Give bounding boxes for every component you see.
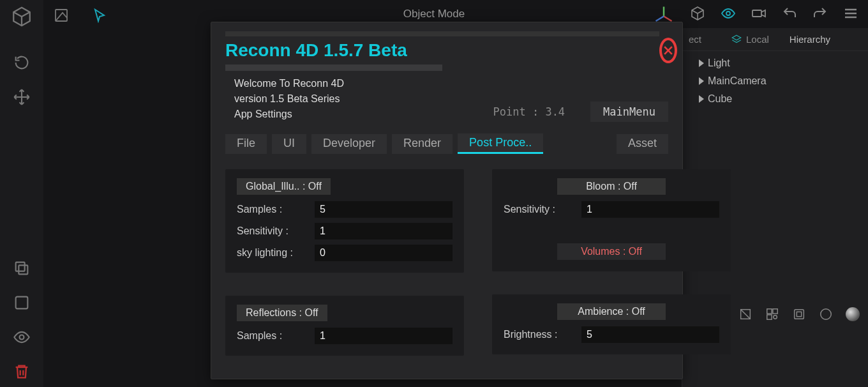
tab-ui[interactable]: UI xyxy=(272,134,306,154)
gi-sensitivity-label: Sensitivity : xyxy=(237,225,307,237)
copy-icon[interactable] xyxy=(9,255,34,281)
ambience-toggle[interactable]: Ambience : Off xyxy=(557,303,666,320)
welcome-text: Welcome To Reconn 4D version 1.5 Beta Se… xyxy=(225,76,344,122)
menu-icon[interactable] xyxy=(841,4,860,23)
svg-rect-1 xyxy=(16,262,25,271)
shading-sphere-icon[interactable] xyxy=(844,305,862,323)
image-icon[interactable] xyxy=(51,5,71,26)
progress-bar-top xyxy=(225,31,659,36)
point-label: Point : 3.4 xyxy=(493,105,565,118)
svg-rect-2 xyxy=(16,297,28,309)
panel-reflections: Reflections : Off Samples : xyxy=(225,296,464,356)
svg-rect-19 xyxy=(797,312,801,316)
svg-point-8 xyxy=(726,11,730,15)
svg-rect-18 xyxy=(795,310,804,319)
tab-file[interactable]: File xyxy=(225,134,267,154)
progress-bar-sub xyxy=(225,64,442,71)
trash-icon[interactable] xyxy=(9,359,34,384)
tab-asset[interactable]: Asset xyxy=(617,134,668,154)
camera-icon[interactable] xyxy=(749,4,768,23)
redo-icon[interactable] xyxy=(811,4,830,23)
expand-icon xyxy=(699,95,704,103)
shading-grid-icon[interactable] xyxy=(763,305,781,323)
top-left-icons xyxy=(51,5,110,26)
mode-label: Object Mode xyxy=(403,8,465,20)
svg-rect-0 xyxy=(19,265,27,274)
gi-skylighting-input[interactable] xyxy=(315,245,453,261)
amb-brightness-input[interactable] xyxy=(581,326,719,343)
close-button[interactable] xyxy=(659,38,677,63)
shading-circle-icon[interactable] xyxy=(817,305,835,323)
bloom-toggle[interactable]: Bloom : Off xyxy=(557,178,666,195)
tab-developer[interactable]: Developer xyxy=(311,134,387,154)
svg-rect-14 xyxy=(767,309,772,314)
expand-icon xyxy=(699,59,704,67)
tab-post-processing[interactable]: Post Proce.. xyxy=(458,133,543,154)
tab-render[interactable]: Render xyxy=(392,134,453,154)
expand-icon xyxy=(699,77,704,85)
tab-object-partial[interactable]: ect xyxy=(682,30,721,49)
bloom-sensitivity-input[interactable] xyxy=(581,201,719,218)
gi-toggle[interactable]: Global_Illu.. : Off xyxy=(237,178,331,195)
hierarchy-item-cube[interactable]: Cube xyxy=(699,93,868,105)
gi-samples-label: Samples : xyxy=(237,204,307,215)
settings-tabs: File UI Developer Render Post Proce.. As… xyxy=(225,133,668,154)
undo-icon[interactable] xyxy=(780,4,799,23)
hierarchy-list: Light MainCamera Cube xyxy=(682,51,868,105)
svg-rect-15 xyxy=(773,309,777,314)
left-toolbar xyxy=(0,0,43,387)
visibility-icon[interactable] xyxy=(719,4,738,23)
shading-box-icon[interactable] xyxy=(790,305,808,323)
hierarchy-item-maincamera[interactable]: MainCamera xyxy=(699,75,868,87)
tab-hierarchy[interactable]: Hierarchy xyxy=(779,30,841,49)
mainmenu-button[interactable]: MainMenu xyxy=(590,102,668,122)
square-icon[interactable] xyxy=(9,290,34,315)
svg-line-7 xyxy=(656,17,664,22)
pointer-icon[interactable] xyxy=(89,5,110,26)
svg-line-6 xyxy=(664,17,672,22)
gi-sensitivity-input[interactable] xyxy=(315,223,453,239)
reflections-toggle[interactable]: Reflections : Off xyxy=(237,305,327,321)
move-icon[interactable] xyxy=(9,84,34,110)
settings-modal: Reconn 4D 1.5.7 Beta Welcome To Reconn 4… xyxy=(211,22,683,379)
volumes-toggle[interactable]: Volumes : Off xyxy=(557,243,666,260)
panel-global-illumination: Global_Illu.. : Off Samples : Sensitivit… xyxy=(225,169,464,273)
svg-point-20 xyxy=(821,309,832,320)
eye-icon[interactable] xyxy=(9,324,34,350)
app-title: Reconn 4D 1.5.7 Beta xyxy=(225,40,659,61)
shading-flat-icon[interactable] xyxy=(737,305,754,323)
panel-bloom: Bloom : Off Sensitivity : Volumes : Off xyxy=(492,169,731,271)
rotate-icon[interactable] xyxy=(9,50,34,75)
gi-skylighting-label: sky lighting : xyxy=(237,247,307,259)
svg-rect-16 xyxy=(767,315,772,319)
gi-samples-input[interactable] xyxy=(315,201,453,218)
bloom-sensitivity-label: Sensitivity : xyxy=(504,204,574,215)
refl-samples-input[interactable] xyxy=(315,328,453,344)
cube-icon[interactable] xyxy=(9,4,34,29)
tab-local[interactable]: Local xyxy=(721,30,779,49)
panel-ambience: Ambience : Off Brightness : xyxy=(492,294,731,354)
hierarchy-item-light[interactable]: Light xyxy=(699,57,868,69)
svg-rect-9 xyxy=(752,10,761,17)
refl-samples-label: Samples : xyxy=(237,330,307,342)
top-right-icons xyxy=(688,4,860,23)
svg-point-17 xyxy=(774,315,777,319)
svg-point-3 xyxy=(20,335,24,340)
amb-brightness-label: Brightness : xyxy=(504,329,574,340)
viewport-shading-icons xyxy=(737,305,862,323)
cube-outline-icon[interactable] xyxy=(688,4,707,23)
